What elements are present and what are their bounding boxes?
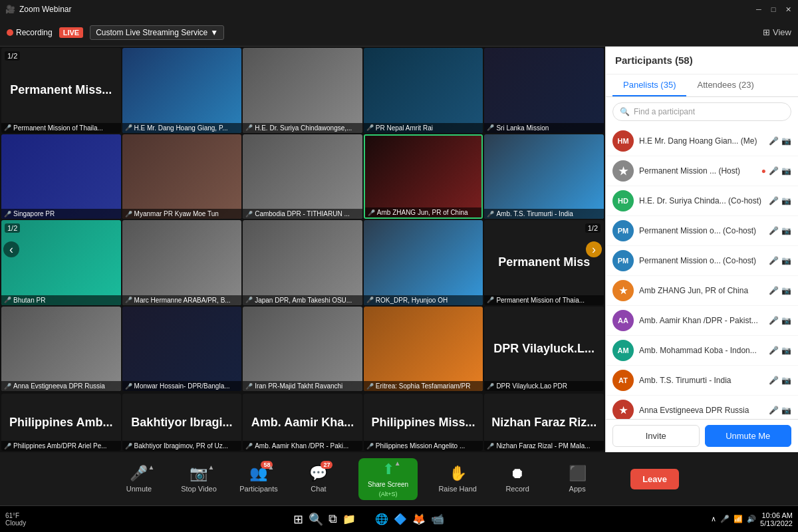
video-icon: 📷 [781,406,791,415]
mic-icon: 🎤 [125,124,132,131]
maximize-button[interactable]: □ [769,5,778,14]
video-cell-17: 🎤 Monwar Hossain- DPR/Bangla... [122,307,242,392]
close-button[interactable]: ✕ [783,5,793,14]
list-item: ★ Permanent Mission ... (Host) ● 🎤 📷 [606,156,798,186]
video-cell-5: 🎤 Sri Lanka Mission [484,48,604,133]
avatar: AT [612,370,634,391]
cell-4-label: 🎤 PR Nepal Amrit Rai [364,123,483,133]
cell-13-label: 🎤 Japan DPR, Amb Takeshi OSU... [243,295,362,305]
list-item: HD H.E. Dr. Suriya Chinda... (Co-host) 🎤… [606,186,798,216]
bottom-cell-1-label: 🎤 Philippines Amb/DPR Ariel Pe... [1,441,121,451]
mic-icon: 🎤 [4,211,11,217]
video-cell-9: 🎤 Amb ZHANG Jun, PR of China [364,134,483,219]
search-icon: 🔍 [620,107,630,116]
live-badge: LIVE [59,27,83,38]
taskbar-right: ∧ 🎤 📶 🔊 10:06 AM 5/13/2022 [711,511,793,527]
list-item: PM Permanent Mission o... (Co-host) 🎤📷 [606,216,798,246]
file-explorer-icon[interactable]: 📁 [342,513,356,525]
apps-button[interactable]: ⬛ Apps [557,465,597,493]
bottom-cells-row: Philippines Amb... 🎤 Philippines Amb/DPR… [0,392,605,452]
wifi-icon: 📶 [733,515,743,523]
edge-icon[interactable]: 🌐 [375,513,388,525]
mic-icon: 🎤 [4,297,11,303]
video-icon: 📷 [781,376,791,385]
bottom-cell-3: Amb. Aamir Kha... 🎤 Amb. Aamir Khan /DPR… [243,394,362,451]
mic-icon: 🎤 [487,383,494,390]
mic-icon: 🎤 [769,166,779,176]
cell-1-text: Permanent Miss... [3,76,118,104]
cell-3-label: 🎤 H.E. Dr. Suriya Chindawongse,... [243,123,362,133]
bottom-cell-5-label: 🎤 Nizhan Faraz Rizal - PM Mala... [484,441,604,451]
mic-icon: 🎤 [769,376,779,385]
cell-6-label: 🎤 Singapore PR [1,209,121,219]
recording-badge: Recording [7,28,53,37]
video-cell-11: 🎤 Bhutan PR 1/2 [1,220,121,305]
cell-20-text: DPR Vilayluck.L... [487,335,601,362]
view-button[interactable]: ⊞ View [763,27,791,37]
search-taskbar-icon[interactable]: 🔍 [309,512,323,527]
bottom-cell-4: Philippines Miss... 🎤 Philippines Missio… [364,394,483,451]
raise-hand-button[interactable]: ✋ Raise Hand [438,465,477,493]
cell-18-label: 🎤 Iran PR-Majid Takht Ravanchi [243,381,362,391]
record-button[interactable]: ⏺ Record [497,465,537,493]
main-layout: ‹ › Permanent Miss... 🎤 Permanent Missio… [0,47,798,452]
cell-15-text: Permanent Miss [491,249,597,276]
app-icon-1[interactable]: 🔷 [394,513,407,525]
app-icon: 🎥 [5,5,15,14]
avatar: ★ [612,280,634,301]
app-icon-2[interactable]: 🦊 [412,513,426,525]
avatar: ★ [612,160,634,182]
avatar: HM [612,130,634,152]
streaming-button[interactable]: Custom Live Streaming Service ▼ [90,25,224,40]
invite-button[interactable]: Invite [612,425,700,447]
mail-icon[interactable]: ✉ [361,513,370,525]
unmute-icon: 🎤 ▲ [130,465,148,482]
task-view-icon[interactable]: ⧉ [329,512,337,526]
tab-panelists[interactable]: Panelists (35) [612,74,686,96]
tab-attendees[interactable]: Attendees (23) [686,74,764,96]
next-page-button[interactable]: › [586,241,602,257]
cell-12-label: 🎤 Marc Hermanne ARABA/PR, B... [122,295,242,305]
bottom-toolbar: 🎤 ▲ Unmute 📷 ▲ Stop Video 👥 58 ▲ Partici… [0,452,798,505]
video-cell-15: Permanent Miss 🎤 Permanent Mission of Th… [484,220,604,305]
mic-icon: 🎤 [245,297,253,303]
minimize-button[interactable]: ─ [754,5,763,14]
bottom-cell-1: Philippines Amb... 🎤 Philippines Amb/DPR… [1,394,121,451]
mic-icon: 🎤 [125,297,132,303]
system-tray-up-icon[interactable]: ∧ [711,515,716,523]
title-bar-controls: ─ □ ✕ [754,5,793,14]
host-dot-icon: ● [761,166,766,176]
leave-button[interactable]: Leave [630,469,679,489]
video-cell-12: 🎤 Marc Hermanne ARABA/PR, B... [122,220,242,305]
mic-muted-icon: 🎤 [769,136,779,146]
unmute-button[interactable]: 🎤 ▲ Unmute [119,465,159,493]
bottom-cell-5: Nizhan Faraz Riz... 🎤 Nizhan Faraz Rizal… [484,394,604,451]
chevron-icon: ▲ [148,464,155,471]
search-participants[interactable]: 🔍 Find a participant [612,102,791,121]
stop-video-button[interactable]: 📷 ▲ Stop Video [179,465,219,493]
participants-panel-title: Participants (58) [606,47,798,74]
record-icon: ⏺ [510,465,525,482]
chat-button[interactable]: 💬 27 Chat [299,465,338,493]
unmute-me-button[interactable]: Unmute Me [705,425,792,447]
zoom-taskbar-icon[interactable]: 📹 [431,513,444,525]
mic-icon: 🎤 [125,443,132,450]
share-screen-button[interactable]: ⬆ ▲ Share Screen (Alt+S) [358,458,418,500]
mic-icon: 🎤 [368,209,375,216]
cell-14-label: 🎤 ROK_DPR, Hyunjoo OH [364,295,483,305]
video-icon: 📷 [781,136,791,146]
mic-icon: 🎤 [769,256,779,265]
windows-start-icon[interactable]: ⊞ [293,512,303,527]
video-cell-13: 🎤 Japan DPR, Amb Takeshi OSU... [243,220,362,305]
video-cell-1: Permanent Miss... 🎤 Permanent Mission of… [1,48,121,133]
mic-icon: 🎤 [366,443,374,450]
cell-15-label: 🎤 Permanent Mission of Thaia... [484,295,604,305]
title-bar: 🎥 Zoom Webinar ─ □ ✕ [0,0,798,19]
list-item: HM H.E Mr. Dang Hoang Gian... (Me) 🎤📷 [606,126,798,156]
participants-button[interactable]: 👥 58 ▲ Participants [239,465,279,493]
mic-icon: 🎤 [487,124,494,131]
title-bar-title: Zoom Webinar [19,5,71,14]
participant-list: HM H.E Mr. Dang Hoang Gian... (Me) 🎤📷 ★ … [606,126,798,419]
prev-page-button[interactable]: ‹ [3,241,19,257]
taskbar: 61°F Cloudy ⊞ 🔍 ⧉ 📁 ✉ 🌐 🔷 🦊 📹 ∧ 🎤 📶 🔊 10… [0,505,798,532]
